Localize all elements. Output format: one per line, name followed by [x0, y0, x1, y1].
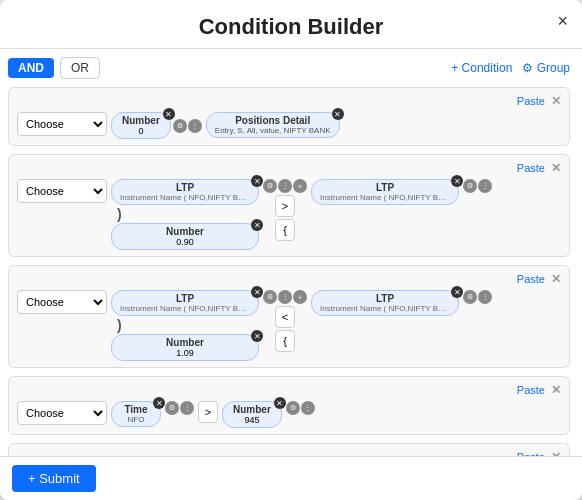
dots-icon-4b[interactable]: ⋮ [301, 401, 315, 415]
dots-icon-2b[interactable]: ⋮ [478, 179, 492, 193]
time-4-close[interactable]: ✕ [153, 397, 165, 409]
number-4-close[interactable]: ✕ [274, 397, 286, 409]
positions-detail-close[interactable]: ✕ [332, 108, 344, 120]
operator-3[interactable]: < [275, 306, 295, 328]
choose-select-1[interactable]: Choose [17, 112, 107, 136]
block1-close[interactable]: ✕ [551, 94, 561, 108]
icon-group-2b: ⚙ ⋮ [463, 179, 492, 193]
condition-row-2: Choose ✕ LTP Instrument Name ( NFO,NIFTY… [17, 179, 561, 250]
ltp-3b-close[interactable]: ✕ [451, 286, 463, 298]
settings-icon-3[interactable]: ⚙ [263, 290, 277, 304]
add-icon-2[interactable]: + [293, 179, 307, 193]
toolbar-right: + Condition ⚙ Group [451, 61, 570, 75]
ltp-pill-2a: ✕ LTP Instrument Name ( NFO,NIFTY BANK,C… [111, 179, 259, 205]
dots-icon-3b[interactable]: ⋮ [478, 290, 492, 304]
add-group-link[interactable]: ⚙ Group [522, 61, 570, 75]
modal-title: Condition Builder [199, 14, 384, 39]
ltp-pill-2b: ✕ LTP Instrument Name ( NFO,NIFTY BANK,C… [311, 179, 459, 205]
ltp-pill-3a: ✕ LTP Instrument Name ( NFO,NIFTY BANK,C… [111, 290, 259, 316]
paste-row-3: Paste ✕ [17, 272, 561, 286]
condition-row-3: Choose ✕ LTP Instrument Name ( NFO,NIFTY… [17, 290, 561, 361]
settings-icon-1[interactable]: ⚙ [173, 119, 187, 133]
number-pill-3-close[interactable]: ✕ [251, 330, 263, 342]
paste-row-1: Paste ✕ [17, 94, 561, 108]
number-pill-1-close[interactable]: ✕ [163, 108, 175, 120]
choose-select-4[interactable]: Choose [17, 401, 107, 425]
brace-2: { [275, 219, 295, 241]
number-pill-3: ✕ Number 1.09 [111, 334, 259, 361]
icon-group-2: ⚙ ⋮ + [263, 179, 307, 193]
ltp-pill-3b: ✕ LTP Instrument Name ( NFO,NIFTY BANK,C… [311, 290, 459, 316]
block3-close[interactable]: ✕ [551, 272, 561, 286]
modal-header: Condition Builder × [0, 0, 582, 49]
and-button[interactable]: AND [8, 58, 54, 78]
settings-icon-4b[interactable]: ⚙ [286, 401, 300, 415]
paste-row-5: Paste ✕ [17, 450, 561, 456]
paste-link-2[interactable]: Paste [517, 162, 545, 174]
add-condition-link[interactable]: + Condition [451, 61, 512, 75]
number-pill-4: ✕ Number 945 [222, 401, 282, 428]
modal-footer: + Submit [0, 456, 582, 500]
operator-2[interactable]: > [275, 195, 295, 217]
choose-select-2[interactable]: Choose [17, 179, 107, 203]
paste-link-1[interactable]: Paste [517, 95, 545, 107]
or-button[interactable]: OR [60, 57, 100, 79]
block4-close[interactable]: ✕ [551, 383, 561, 397]
time-pill-4: ✕ Time NFO [111, 401, 161, 427]
paste-link-5[interactable]: Paste [517, 451, 545, 456]
number-pill-2-close[interactable]: ✕ [251, 219, 263, 231]
icon-group-1: ⚙ ⋮ [173, 119, 202, 133]
dots-icon-4[interactable]: ⋮ [180, 401, 194, 415]
paste-row-2: Paste ✕ [17, 161, 561, 175]
settings-icon-2b[interactable]: ⚙ [463, 179, 477, 193]
icon-group-3: ⚙ ⋮ + [263, 290, 307, 304]
paste-row-4: Paste ✕ [17, 383, 561, 397]
toolbar-row: AND OR + Condition ⚙ Group [8, 57, 570, 79]
condition-block-3: Paste ✕ Choose ✕ LTP Instrument Name ( N… [8, 265, 570, 368]
ltp-3a-close[interactable]: ✕ [251, 286, 263, 298]
number-pill-2: ✕ Number 0.90 [111, 223, 259, 250]
modal-body: AND OR + Condition ⚙ Group Paste ✕ Choos… [0, 49, 582, 456]
paste-link-3[interactable]: Paste [517, 273, 545, 285]
condition-block-2: Paste ✕ Choose ✕ LTP Instrument Name ( N… [8, 154, 570, 257]
dots-icon-3[interactable]: ⋮ [278, 290, 292, 304]
condition-block-1: Paste ✕ Choose ✕ Number 0 ⚙ ⋮ [8, 87, 570, 146]
settings-icon-2[interactable]: ⚙ [263, 179, 277, 193]
settings-icon-3b[interactable]: ⚙ [463, 290, 477, 304]
positions-detail-pill: ✕ Positions Detail Entry, S, All, value,… [206, 112, 340, 138]
block5-close[interactable]: ✕ [551, 450, 561, 456]
close-button[interactable]: × [557, 12, 568, 30]
submit-button[interactable]: + Submit [12, 465, 96, 492]
dots-icon-1[interactable]: ⋮ [188, 119, 202, 133]
condition-block-5: Paste ✕ Choose ✕ Time NFO ⚙ ⋮ < ✕ [8, 443, 570, 456]
condition-row-1: Choose ✕ Number 0 ⚙ ⋮ ✕ Positions Detail [17, 112, 561, 139]
brace-3: { [275, 330, 295, 352]
paste-link-4[interactable]: Paste [517, 384, 545, 396]
condition-block-4: Paste ✕ Choose ✕ Time NFO ⚙ ⋮ > ✕ [8, 376, 570, 435]
block2-close[interactable]: ✕ [551, 161, 561, 175]
settings-icon-4[interactable]: ⚙ [165, 401, 179, 415]
add-icon-3[interactable]: + [293, 290, 307, 304]
number-pill-1: ✕ Number 0 [111, 112, 171, 139]
ltp-2a-close[interactable]: ✕ [251, 175, 263, 187]
ltp-2b-close[interactable]: ✕ [451, 175, 463, 187]
condition-row-4: Choose ✕ Time NFO ⚙ ⋮ > ✕ Number 945 [17, 401, 561, 428]
operator-4[interactable]: > [198, 401, 218, 423]
modal: Condition Builder × AND OR + Condition ⚙… [0, 0, 582, 500]
choose-select-3[interactable]: Choose [17, 290, 107, 314]
dots-icon-2[interactable]: ⋮ [278, 179, 292, 193]
icon-group-3b: ⚙ ⋮ [463, 290, 492, 304]
